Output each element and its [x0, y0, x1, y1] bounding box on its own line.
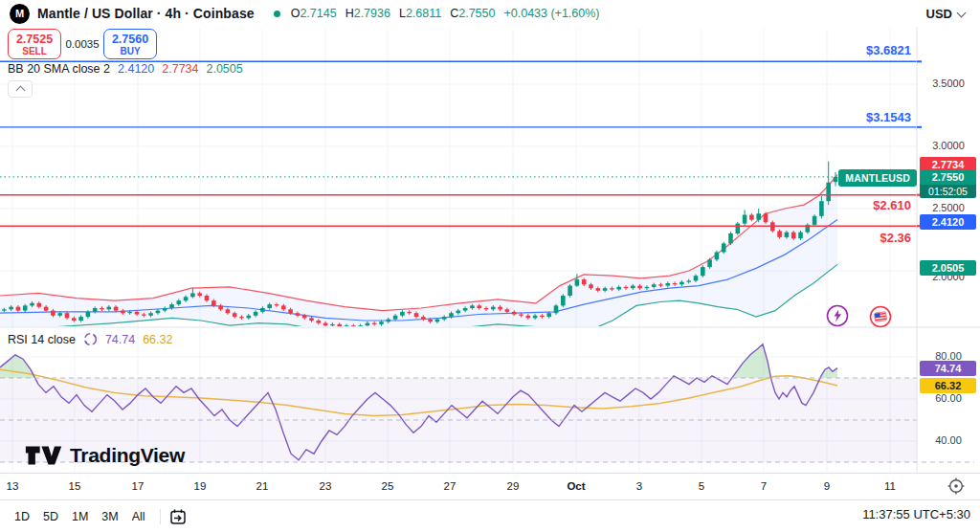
price-axis-label: 60.00 — [921, 392, 976, 404]
chart-header: M Mantle / US Dollar · 4h · Coinbase O2.… — [0, 0, 980, 27]
bb-indicator-legend[interactable]: BB 20 SMA close 2 2.4120 2.7734 2.0505 — [8, 62, 243, 76]
time-axis-label: 15 — [69, 480, 81, 492]
toolbar-divider — [160, 509, 161, 524]
tradingview-logo[interactable]: TradingView — [25, 443, 185, 468]
us-flag-event-icon[interactable] — [869, 305, 892, 328]
bb-lower-value: 2.0505 — [206, 62, 242, 76]
trade-panel: 2.7525 SELL 0.0035 2.7560 BUY — [8, 29, 157, 59]
market-status-dot — [274, 11, 280, 17]
range-5d[interactable]: 5D — [36, 506, 65, 527]
time-axis-label: 9 — [824, 480, 830, 492]
sell-price: 2.7525 — [16, 33, 53, 46]
rsi-legend-title: RSI 14 close — [8, 333, 76, 346]
time-axis-label: 17 — [132, 480, 145, 492]
time-axis-label: 7 — [761, 480, 767, 492]
mantle-logo-icon: M — [10, 4, 30, 24]
price-axis-label: 3.0000 — [921, 140, 976, 151]
sell-label: SELL — [22, 46, 47, 56]
price-change: +0.0433 (+1.60%) — [503, 7, 599, 20]
bb-lower-axis-badge: 2.0505 — [920, 260, 976, 276]
tradingview-logo-text: TradingView — [70, 444, 185, 467]
bb-basis-value: 2.4120 — [118, 62, 154, 76]
tradingview-chart-window: { "header": { "logo_letter": "M", "symbo… — [0, 0, 980, 532]
rsi-ma-value: 66.32 — [143, 333, 172, 346]
chevron-up-icon — [15, 86, 25, 96]
symbol-title[interactable]: Mantle / US Dollar · 4h · Coinbase — [37, 6, 255, 21]
currency-label: USD — [926, 7, 952, 21]
buy-button[interactable]: 2.7560 BUY — [103, 29, 157, 59]
ohlc-readout: O2.7145H2.7936L2.6811C2.7550 — [291, 7, 496, 20]
time-axis-label: 25 — [382, 480, 394, 492]
time-axis-label: 13 — [7, 480, 19, 492]
buy-label: BUY — [120, 46, 140, 56]
time-axis-label: Oct — [567, 480, 585, 492]
current-price-value: 2.7550 — [920, 170, 976, 185]
refresh-icon — [83, 332, 98, 346]
axis-settings-icon[interactable] — [947, 477, 966, 496]
sell-button[interactable]: 2.7525 SELL — [8, 29, 61, 59]
ohlc-c: C2.7550 — [450, 7, 495, 20]
time-axis-label: 29 — [507, 480, 520, 492]
time-axis-label: 21 — [256, 480, 269, 492]
price-axis-label: 40.00 — [921, 434, 976, 446]
price-level-label[interactable]: $2.36 — [880, 231, 911, 245]
range-1m[interactable]: 1M — [65, 506, 95, 527]
bb-legend-title: BB 20 SMA close 2 — [8, 62, 110, 76]
price-line-symbol-label: MANTLEUSD — [838, 169, 917, 187]
bottom-toolbar: 1D5D1M3MAll — [0, 499, 980, 532]
bar-countdown: 01:52:05 — [920, 185, 976, 198]
ohlc-l: L2.6811 — [399, 7, 441, 20]
clock-utc[interactable]: 11:37:55 UTC+5:30 — [862, 507, 970, 521]
rsi-indicator-legend[interactable]: RSI 14 close 74.74 66.32 — [8, 332, 172, 346]
price-axis-label: 2.5000 — [921, 202, 976, 213]
ohlc-h: H2.7936 — [345, 7, 390, 20]
price-level-label[interactable]: $3.1543 — [866, 110, 911, 124]
time-axis-label: 27 — [444, 480, 457, 492]
price-level-label[interactable]: $2.610 — [873, 198, 911, 212]
range-all[interactable]: All — [125, 506, 152, 527]
calendar-arrow-icon — [168, 507, 188, 526]
time-axis-label: 11 — [884, 480, 896, 492]
price-axis-label: 3.5000 — [921, 78, 976, 89]
buy-price: 2.7560 — [112, 33, 148, 46]
time-axis-label: 5 — [699, 480, 704, 492]
lightning-trade-icon[interactable] — [826, 304, 849, 327]
collapse-legend-button[interactable] — [8, 80, 33, 98]
currency-selector[interactable]: USD — [921, 5, 970, 23]
time-axis-label: 3 — [636, 480, 642, 492]
rsi-axis-badge: 74.74 — [920, 361, 976, 376]
current-price-badge: 2.7550 01:52:05 — [920, 170, 976, 198]
price-level-label[interactable]: $3.6821 — [866, 43, 911, 57]
rsi-value: 74.74 — [105, 333, 135, 346]
time-axis-label: 19 — [194, 480, 207, 492]
bb-upper-value: 2.7734 — [162, 62, 198, 76]
rsi-ma-axis-badge: 66.32 — [920, 378, 976, 393]
ohlc-o: O2.7145 — [291, 7, 337, 20]
spread-value: 0.0035 — [61, 38, 103, 50]
go-to-date-button[interactable] — [168, 507, 188, 526]
range-1d[interactable]: 1D — [8, 506, 36, 527]
tradingview-logo-icon — [25, 443, 63, 468]
time-axis-label: 23 — [320, 480, 332, 492]
range-3m[interactable]: 3M — [95, 506, 124, 527]
chevron-down-icon — [957, 8, 967, 17]
range-switcher: 1D5D1M3MAll — [8, 506, 152, 527]
time-axis[interactable]: 131517192123252729Oct357911 — [0, 473, 980, 499]
bb-basis-axis-badge: 2.4120 — [920, 214, 976, 230]
